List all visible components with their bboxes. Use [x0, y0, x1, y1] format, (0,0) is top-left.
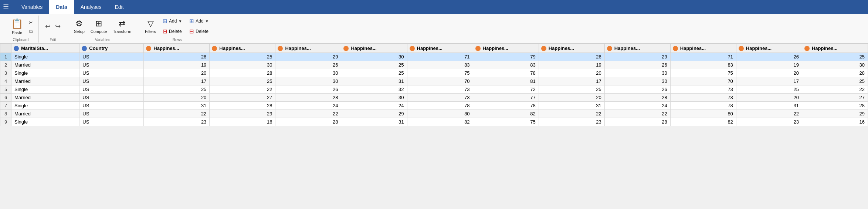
happiness-cell[interactable]: 29	[275, 53, 341, 61]
happiness-cell[interactable]: 28	[604, 94, 670, 102]
col-header-h10[interactable]: Happines...	[736, 44, 802, 53]
setup-button[interactable]: ⚙ Setup	[72, 17, 87, 35]
happiness-cell[interactable]: 81	[473, 77, 539, 85]
happiness-cell[interactable]: 29	[802, 110, 868, 118]
marital-status-cell[interactable]: Married	[11, 110, 79, 118]
happiness-cell[interactable]: 31	[341, 118, 407, 126]
happiness-cell[interactable]: 22	[802, 85, 868, 94]
happiness-cell[interactable]: 83	[407, 61, 473, 69]
col-header-h7[interactable]: Happines...	[539, 44, 604, 53]
happiness-cell[interactable]: 19	[736, 61, 802, 69]
happiness-cell[interactable]: 23	[539, 118, 604, 126]
happiness-cell[interactable]: 25	[210, 77, 275, 85]
happiness-cell[interactable]: 30	[210, 61, 275, 69]
happiness-cell[interactable]: 31	[539, 102, 604, 110]
happiness-cell[interactable]: 31	[341, 77, 407, 85]
happiness-cell[interactable]: 75	[407, 69, 473, 77]
happiness-cell[interactable]: 22	[539, 110, 604, 118]
happiness-cell[interactable]: 82	[473, 110, 539, 118]
delete-row-button[interactable]: ⊟ Delete	[186, 27, 211, 36]
happiness-cell[interactable]: 30	[341, 94, 407, 102]
tab-variables[interactable]: Variables	[15, 0, 49, 14]
happiness-cell[interactable]: 30	[275, 69, 341, 77]
happiness-cell[interactable]: 20	[144, 94, 210, 102]
happiness-cell[interactable]: 29	[604, 53, 670, 61]
add-row-button[interactable]: ⊞ Add ▼	[186, 17, 211, 26]
happiness-cell[interactable]: 83	[473, 61, 539, 69]
happiness-cell[interactable]: 30	[341, 53, 407, 61]
country-cell[interactable]: US	[79, 110, 144, 118]
happiness-cell[interactable]: 78	[407, 102, 473, 110]
happiness-cell[interactable]: 25	[802, 53, 868, 61]
delete-variable-button[interactable]: ⊟ Delete	[160, 27, 185, 36]
happiness-cell[interactable]: 24	[341, 102, 407, 110]
col-header-h8[interactable]: Happines...	[604, 44, 670, 53]
happiness-cell[interactable]: 25	[144, 85, 210, 94]
happiness-cell[interactable]: 73	[670, 85, 736, 94]
marital-status-cell[interactable]: Married	[11, 94, 79, 102]
happiness-cell[interactable]: 29	[341, 110, 407, 118]
happiness-cell[interactable]: 30	[604, 77, 670, 85]
happiness-cell[interactable]: 71	[407, 53, 473, 61]
marital-status-cell[interactable]: Single	[11, 118, 79, 126]
happiness-cell[interactable]: 20	[736, 94, 802, 102]
happiness-cell[interactable]: 22	[144, 110, 210, 118]
col-header-h1[interactable]: Happines...	[144, 44, 210, 53]
happiness-cell[interactable]: 22	[736, 110, 802, 118]
happiness-cell[interactable]: 73	[670, 94, 736, 102]
marital-status-cell[interactable]: Married	[11, 77, 79, 85]
happiness-cell[interactable]: 75	[473, 118, 539, 126]
happiness-cell[interactable]: 19	[539, 61, 604, 69]
compute-button[interactable]: ⊞ Compute	[88, 17, 109, 35]
happiness-cell[interactable]: 26	[144, 53, 210, 61]
happiness-cell[interactable]: 26	[604, 61, 670, 69]
happiness-cell[interactable]: 82	[670, 118, 736, 126]
happiness-cell[interactable]: 32	[341, 85, 407, 94]
country-cell[interactable]: US	[79, 53, 144, 61]
happiness-cell[interactable]: 27	[802, 94, 868, 102]
cut-button[interactable]: ✂	[28, 19, 34, 26]
filters-button[interactable]: ▽ Filters	[143, 17, 158, 35]
happiness-cell[interactable]: 26	[275, 61, 341, 69]
happiness-cell[interactable]: 70	[407, 77, 473, 85]
marital-status-cell[interactable]: Single	[11, 53, 79, 61]
happiness-cell[interactable]: 78	[473, 69, 539, 77]
table-row[interactable]: 9SingleUS2316283182752328822316	[0, 118, 868, 126]
paste-button[interactable]: 📋 Paste	[7, 17, 27, 36]
copy-button[interactable]: ⧉	[28, 28, 34, 36]
happiness-cell[interactable]: 25	[341, 69, 407, 77]
happiness-cell[interactable]: 29	[210, 110, 275, 118]
happiness-cell[interactable]: 70	[670, 77, 736, 85]
happiness-cell[interactable]: 24	[275, 102, 341, 110]
happiness-cell[interactable]: 16	[210, 118, 275, 126]
happiness-cell[interactable]: 17	[539, 77, 604, 85]
col-header-marital[interactable]: MaritalSta...	[11, 44, 79, 53]
tab-data[interactable]: Data	[49, 0, 74, 14]
transform-button[interactable]: ⇄ Transform	[111, 17, 133, 35]
happiness-cell[interactable]: 25	[539, 85, 604, 94]
happiness-cell[interactable]: 30	[802, 61, 868, 69]
happiness-cell[interactable]: 22	[210, 85, 275, 94]
happiness-cell[interactable]: 78	[473, 102, 539, 110]
tab-edit[interactable]: Edit	[108, 0, 130, 14]
country-cell[interactable]: US	[79, 118, 144, 126]
table-row[interactable]: 2MarriedUS1930262583831926831930	[0, 61, 868, 69]
country-cell[interactable]: US	[79, 102, 144, 110]
happiness-cell[interactable]: 19	[144, 61, 210, 69]
col-header-h9[interactable]: Happines...	[670, 44, 736, 53]
happiness-cell[interactable]: 28	[210, 69, 275, 77]
col-header-h3[interactable]: Happines...	[275, 44, 341, 53]
happiness-cell[interactable]: 28	[275, 94, 341, 102]
table-row[interactable]: 8MarriedUS2229222980822222802229	[0, 110, 868, 118]
happiness-cell[interactable]: 75	[670, 69, 736, 77]
happiness-cell[interactable]: 80	[407, 110, 473, 118]
add-variable-button[interactable]: ⊞ Add ▼	[160, 17, 185, 26]
happiness-cell[interactable]: 28	[802, 102, 868, 110]
happiness-cell[interactable]: 71	[670, 53, 736, 61]
happiness-cell[interactable]: 77	[473, 94, 539, 102]
country-cell[interactable]: US	[79, 85, 144, 94]
happiness-cell[interactable]: 31	[736, 102, 802, 110]
hamburger-menu[interactable]: ☰	[3, 3, 9, 11]
col-header-h6[interactable]: Happines...	[473, 44, 539, 53]
undo-button[interactable]: ↩	[43, 21, 52, 31]
